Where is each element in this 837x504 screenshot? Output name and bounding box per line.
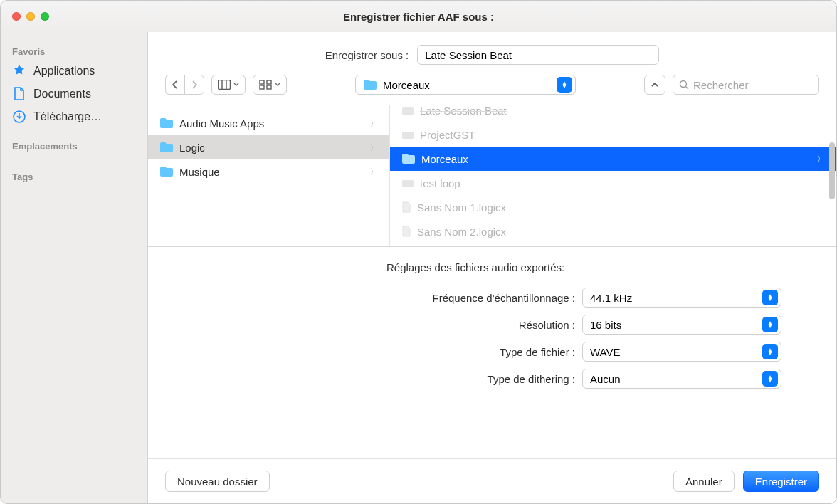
svg-rect-1 — [219, 80, 231, 90]
item-label: test loop — [420, 177, 460, 189]
sidebar-section-emplacements: Emplacements — [1, 137, 147, 154]
chevron-right-icon: 〉 — [370, 167, 378, 177]
applications-icon — [12, 64, 26, 78]
sidebar-section-favoris: Favoris — [1, 42, 147, 60]
dithering-value: Aucun — [590, 373, 621, 385]
sidebar-item-applications[interactable]: Applications — [1, 60, 147, 83]
browser-item[interactable]: Musique 〉 — [148, 159, 389, 184]
folder-icon — [401, 153, 416, 164]
chevron-right-icon: 〉 — [370, 118, 378, 129]
item-label: Logic — [179, 142, 205, 154]
browser-item[interactable]: Logic 〉 — [148, 135, 389, 159]
save-button[interactable]: Enregistrer — [743, 471, 819, 492]
svg-rect-6 — [260, 85, 264, 89]
sidebar-item-downloads[interactable]: Télécharge… — [1, 105, 147, 128]
browser-column-2: Late Session Beat ProjectGST Morceaux 〉 … — [390, 105, 836, 246]
view-columns-button[interactable] — [211, 75, 246, 95]
popup-chevrons-icon: ▲▼ — [762, 344, 778, 359]
window-title: Enregistrer fichier AAF sous : — [1, 11, 836, 23]
item-label: Sans Nom 1.logicx — [417, 201, 506, 214]
popup-chevrons-icon: ▲▼ — [762, 371, 778, 387]
sample-rate-popup[interactable]: 44.1 kHz ▲▼ — [582, 288, 781, 308]
nav-forward-button[interactable] — [184, 75, 204, 95]
browser-item[interactable]: Morceaux 〉 — [390, 147, 836, 171]
resolution-label: Résolution : — [148, 319, 575, 331]
svg-rect-11 — [402, 132, 414, 139]
browser-item[interactable]: ProjectGST — [390, 122, 836, 147]
item-label: ProjectGST — [420, 129, 475, 141]
item-label: Audio Music Apps — [179, 117, 264, 130]
svg-rect-12 — [402, 180, 414, 187]
resolution-popup[interactable]: 16 bits ▲▼ — [582, 315, 781, 335]
browser-item[interactable]: Sans Nom 1.logicx — [390, 195, 836, 219]
popup-chevrons-icon: ▲▼ — [762, 290, 778, 305]
nav-back-button[interactable] — [165, 75, 184, 95]
resolution-value: 16 bits — [590, 319, 621, 331]
browser-item[interactable]: Late Session Beat — [390, 105, 836, 122]
browser-item[interactable]: Sans Nom 2.logicx — [390, 219, 836, 243]
browser-item[interactable]: Sans Nom.logicx — [390, 243, 836, 246]
scrollbar[interactable] — [829, 142, 835, 199]
package-icon — [401, 130, 414, 140]
svg-rect-10 — [402, 107, 414, 115]
item-label: Late Session Beat — [420, 105, 507, 117]
browser-item[interactable]: Audio Music Apps 〉 — [148, 111, 389, 135]
file-type-label: Type de fichier : — [148, 346, 575, 358]
save-as-input[interactable] — [417, 45, 659, 65]
file-type-value: WAVE — [590, 346, 621, 358]
svg-rect-7 — [267, 85, 271, 89]
sidebar: Favoris Applications Documents Télécharg… — [1, 32, 148, 503]
file-browser: Audio Music Apps 〉 Logic 〉 Musique 〉 — [148, 105, 836, 247]
group-by-button[interactable] — [253, 75, 287, 95]
dithering-label: Type de dithering : — [148, 373, 575, 385]
folder-icon — [159, 166, 174, 177]
sidebar-item-documents[interactable]: Documents — [1, 83, 147, 105]
new-folder-button[interactable]: Nouveau dossier — [165, 471, 270, 492]
file-type-popup[interactable]: WAVE ▲▼ — [582, 342, 781, 362]
folder-icon — [159, 117, 174, 129]
svg-point-8 — [680, 81, 687, 88]
sidebar-item-label: Applications — [33, 65, 95, 78]
item-label: Morceaux — [421, 153, 468, 165]
save-as-label: Enregistrer sous : — [325, 49, 409, 61]
browser-column-1: Audio Music Apps 〉 Logic 〉 Musique 〉 — [148, 105, 390, 246]
sidebar-item-label: Documents — [33, 88, 91, 100]
dithering-popup[interactable]: Aucun ▲▼ — [582, 369, 781, 389]
settings-title: Réglages des fichiers audio exportés: — [148, 261, 836, 273]
sample-rate-value: 44.1 kHz — [590, 292, 632, 304]
sidebar-section-tags: Tags — [1, 167, 147, 185]
location-value: Morceaux — [383, 79, 430, 91]
folder-icon — [159, 142, 174, 153]
chevron-right-icon: 〉 — [370, 142, 378, 153]
file-icon — [401, 201, 411, 213]
package-icon — [401, 178, 414, 188]
collapse-button[interactable] — [644, 75, 665, 95]
svg-rect-5 — [267, 80, 271, 84]
location-popup[interactable]: Morceaux ▲▼ — [355, 75, 576, 95]
chevron-right-icon: 〉 — [817, 154, 825, 164]
search-input[interactable]: Rechercher — [673, 75, 819, 95]
search-icon — [679, 80, 689, 90]
item-label: Musique — [179, 166, 220, 178]
file-icon — [401, 226, 411, 237]
documents-icon — [12, 87, 26, 101]
search-placeholder: Rechercher — [693, 79, 749, 91]
popup-chevrons-icon: ▲▼ — [557, 77, 572, 93]
popup-chevrons-icon: ▲▼ — [762, 317, 778, 332]
svg-line-9 — [686, 87, 689, 90]
downloads-icon — [12, 110, 26, 124]
browser-item[interactable]: test loop — [390, 171, 836, 195]
sidebar-item-label: Télécharge… — [33, 110, 102, 123]
package-icon — [401, 105, 414, 115]
folder-icon — [363, 79, 377, 90]
svg-rect-4 — [260, 80, 264, 84]
cancel-button[interactable]: Annuler — [673, 471, 735, 492]
item-label: Sans Nom 2.logicx — [417, 226, 506, 238]
sample-rate-label: Fréquence d'échantillonnage : — [148, 292, 575, 304]
